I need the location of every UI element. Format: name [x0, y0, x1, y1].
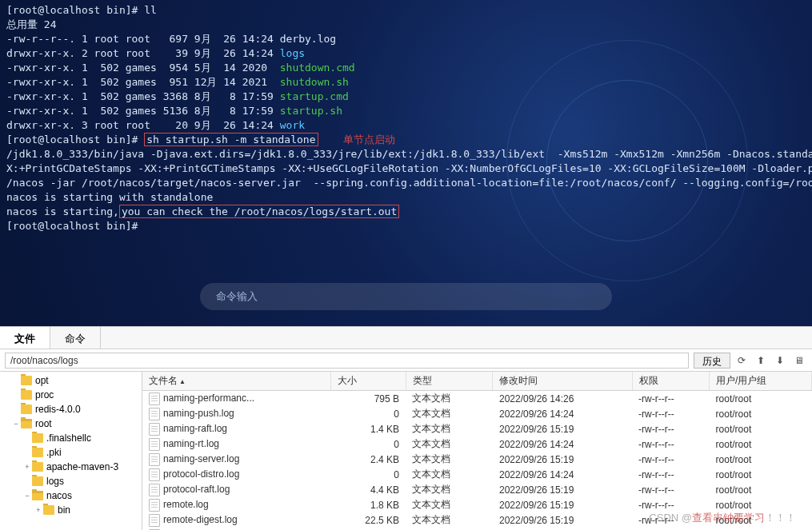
- tree-item-label: bin: [58, 504, 70, 516]
- file-icon: [149, 453, 160, 466]
- terminal-line: -rwxr-xr-x. 1 502 games 951 12月 14 2021 …: [6, 75, 806, 90]
- column-header[interactable]: 权限: [632, 372, 710, 391]
- tree-toggle-icon[interactable]: +: [22, 463, 32, 471]
- terminal-line: drwxr-xr-x. 2 root root 39 9月 26 14:24 l…: [6, 46, 806, 61]
- computer-icon[interactable]: 🖥: [791, 353, 807, 369]
- folder-icon: [21, 376, 32, 385]
- terminal-line: -rw-r--r--. 1 root root 697 9月 26 14:24 …: [6, 32, 806, 46]
- command-input[interactable]: 命令输入: [200, 283, 612, 310]
- terminal-pane[interactable]: [root@localhost bin]# ll总用量 24-rw-r--r--…: [0, 0, 812, 326]
- history-button[interactable]: 历史: [694, 353, 730, 369]
- table-row[interactable]: protocol-distro.log0文本文档2022/09/26 14:24…: [142, 467, 812, 482]
- tab-文件[interactable]: 文件: [0, 327, 50, 349]
- file-icon: [149, 438, 160, 451]
- folder-icon: [21, 419, 32, 428]
- folder-tree[interactable]: optprocredis-4.0.0−root.finalshellc.pki+…: [0, 372, 142, 530]
- terminal-line: nacos is starting with standalone: [6, 190, 806, 205]
- file-icon: [149, 423, 160, 436]
- terminal-line: 总用量 24: [6, 18, 806, 32]
- folder-icon: [21, 404, 32, 414]
- table-row[interactable]: naming-performanc...795 B文本文档2022/09/26 …: [142, 391, 812, 407]
- file-table-wrap[interactable]: 文件名▲大小类型修改时间权限用户/用户组 naming-performanc..…: [142, 372, 812, 530]
- table-row[interactable]: protocol-raft.log4.4 KB文本文档2022/09/26 15…: [142, 482, 812, 497]
- tab-命令[interactable]: 命令: [50, 327, 101, 349]
- tree-item-label: apache-maven-3: [46, 461, 118, 472]
- file-icon: [149, 484, 160, 496]
- file-icon: [149, 514, 160, 527]
- column-header[interactable]: 类型: [406, 372, 493, 391]
- path-input[interactable]: [5, 353, 689, 369]
- table-row[interactable]: naming-push.log0文本文档2022/09/26 14:24-rw-…: [142, 406, 812, 421]
- tree-item-label: opt: [35, 375, 49, 386]
- column-header[interactable]: 大小: [331, 372, 406, 391]
- terminal-line: [root@localhost bin]# sh startup.sh -m s…: [6, 133, 806, 147]
- command-input-placeholder: 命令输入: [216, 290, 258, 302]
- folder-icon: [32, 462, 43, 472]
- tree-item-label: root: [35, 418, 52, 429]
- tree-item[interactable]: −root: [0, 416, 142, 431]
- folder-icon: [32, 448, 43, 457]
- tree-item[interactable]: +apache-maven-3: [0, 460, 142, 474]
- folder-icon: [32, 491, 43, 500]
- file-manager: 文件命令 历史 ⟳ ⬆ ⬇ 🖥 optprocredis-4.0.0−root.…: [0, 326, 812, 530]
- table-row[interactable]: naming-raft.log1.4 KB文本文档2022/09/26 15:1…: [142, 421, 812, 436]
- folder-icon: [21, 390, 32, 400]
- file-icon: [149, 468, 160, 481]
- tree-item[interactable]: +bin: [0, 503, 142, 517]
- tree-item[interactable]: opt: [0, 373, 142, 388]
- folder-icon: [32, 476, 43, 486]
- download-icon[interactable]: ⬇: [772, 353, 788, 369]
- tree-toggle-icon[interactable]: −: [11, 420, 21, 428]
- upload-icon[interactable]: ⬆: [753, 353, 769, 369]
- terminal-line: drwxr-xr-x. 3 root root 20 9月 26 14:24 w…: [6, 118, 806, 133]
- tree-item-label: nacos: [46, 490, 72, 501]
- terminal-line: -rwxr-xr-x. 1 502 games 5136 8月 8 17:59 …: [6, 104, 806, 118]
- terminal-line: X:+PrintGCDateStamps -XX:+PrintGCTimeSta…: [6, 161, 806, 176]
- tree-item-label: proc: [35, 389, 54, 400]
- folder-icon: [43, 505, 54, 515]
- tree-toggle-icon[interactable]: +: [34, 506, 43, 514]
- terminal-line: /jdk1.8.0_333/bin/java -Djava.ext.dirs=/…: [6, 147, 806, 161]
- table-row[interactable]: naming-rt.log0文本文档2022/09/26 14:24-rw-r-…: [142, 436, 812, 452]
- tree-toggle-icon[interactable]: −: [22, 492, 32, 500]
- column-header[interactable]: 文件名▲: [142, 372, 331, 391]
- tree-item-label: .finalshellc: [46, 432, 91, 444]
- terminal-line: /nacos -jar /root/nacos/target/nacos-ser…: [6, 176, 806, 190]
- file-icon: [149, 499, 160, 512]
- column-header[interactable]: 用户/用户组: [710, 372, 812, 391]
- tree-item[interactable]: .pki: [0, 445, 142, 460]
- table-row[interactable]: naming-server.log2.4 KB文本文档2022/09/26 15…: [142, 452, 812, 467]
- path-row: 历史 ⟳ ⬆ ⬇ 🖥: [0, 349, 812, 372]
- tree-item[interactable]: proc: [0, 388, 142, 402]
- terminal-line: -rwxr-xr-x. 1 502 games 954 5月 14 2020 s…: [6, 61, 806, 75]
- tree-item[interactable]: redis-4.0.0: [0, 402, 142, 416]
- fm-tabs: 文件命令: [0, 327, 812, 349]
- folder-icon: [32, 433, 43, 443]
- tree-item[interactable]: −nacos: [0, 488, 142, 503]
- refresh-icon[interactable]: ⟳: [734, 353, 750, 369]
- file-table: 文件名▲大小类型修改时间权限用户/用户组 naming-performanc..…: [142, 372, 812, 530]
- tree-item-label: .pki: [46, 447, 62, 458]
- terminal-line: -rwxr-xr-x. 1 502 games 3368 8月 8 17:59 …: [6, 90, 806, 104]
- terminal-line: nacos is starting,you can check the /roo…: [6, 205, 806, 219]
- tree-item[interactable]: .finalshellc: [0, 431, 142, 445]
- file-icon: [149, 408, 160, 420]
- terminal-line: [root@localhost bin]#: [6, 219, 806, 233]
- terminal-line: [root@localhost bin]# ll: [6, 3, 806, 18]
- column-header[interactable]: 修改时间: [493, 372, 632, 391]
- tree-item-label: redis-4.0.0: [35, 404, 81, 415]
- file-icon: [149, 393, 160, 405]
- tree-item[interactable]: logs: [0, 474, 142, 488]
- tree-item-label: logs: [46, 476, 64, 487]
- watermark: CSDN @查看串钟要学习！！！: [649, 511, 796, 525]
